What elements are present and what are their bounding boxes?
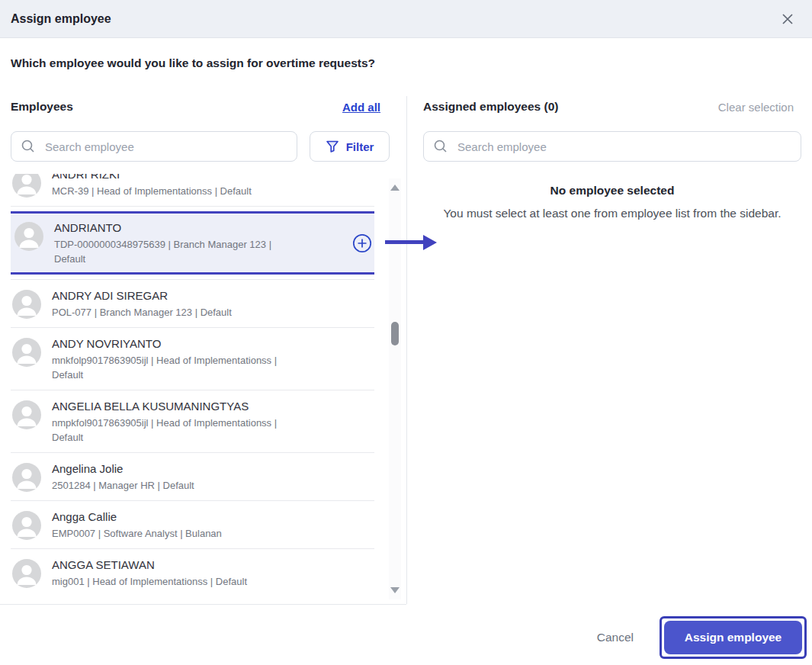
employee-name: ANGGA SETIAWAN: [52, 557, 247, 573]
employee-name: ANDY NOVRIYANTO: [52, 336, 288, 352]
add-all-link[interactable]: Add all: [342, 101, 380, 114]
employee-text: ANDY NOVRIYANTO mnkfolp9017863905ijl | H…: [52, 336, 288, 382]
employee-text: ANGGA SETIAWAN mig001 | Head of Implemen…: [52, 557, 247, 589]
employees-heading: Employees: [11, 100, 73, 114]
employee-search: [11, 131, 297, 162]
employee-row[interactable]: ANDY NOVRIYANTO mnkfolp9017863905ijl | H…: [11, 328, 374, 390]
person-avatar-icon: [12, 400, 41, 429]
search-assigned-input[interactable]: [423, 131, 801, 162]
employee-text: ANDRIANTO TDP-0000000348975639 | Branch …: [54, 220, 290, 266]
employee-name: ANDRIANTO: [54, 220, 290, 236]
employee-details: POL-077 | Branch Manager 123 | Default: [52, 305, 232, 320]
list-bottom-divider: [0, 604, 406, 605]
scroll-up-button[interactable]: [390, 185, 400, 191]
scrollbar-thumb[interactable]: [391, 322, 399, 345]
employee-row-slot: ANGGA SETIAWAN mig001 | Head of Implemen…: [11, 549, 374, 596]
employee-row-slot: Angga Callie EMP0007 | Software Analyst …: [11, 501, 374, 549]
employee-row[interactable]: Angelina Jolie 2501284 | Manager HR | De…: [11, 453, 374, 500]
employee-details: TDP-0000000348975639 | Branch Manager 12…: [54, 237, 290, 266]
employee-details: EMP0007 | Software Analyst | Bulanan: [52, 526, 222, 541]
add-employee-button[interactable]: [351, 233, 373, 254]
assign-employee-button[interactable]: Assign employee: [664, 621, 802, 654]
employee-text: ANDRY ADI SIREGAR POL-077 | Branch Manag…: [52, 288, 232, 320]
employee-name: ANGELIA BELLA KUSUMANINGTYAS: [52, 398, 288, 414]
employee-text: Angga Callie EMP0007 | Software Analyst …: [52, 509, 222, 541]
filter-button[interactable]: Filter: [310, 131, 390, 162]
employees-heading-row: Employees Add all: [11, 100, 390, 114]
employee-text: ANGELIA BELLA KUSUMANINGTYAS nmpkfol9017…: [52, 398, 288, 445]
employee-row[interactable]: Angga Callie EMP0007 | Software Analyst …: [11, 501, 374, 548]
employee-details: mnkfolp9017863905ijl | Head of Implement…: [52, 353, 288, 382]
empty-state-message: You must select at least one from employ…: [434, 203, 791, 224]
person-avatar-icon: [12, 463, 41, 492]
employee-name: Angelina Jolie: [52, 461, 194, 477]
employee-details: mig001 | Head of Implementationss | Defa…: [52, 574, 247, 589]
employee-row[interactable]: ANGELIA BELLA KUSUMANINGTYAS nmpkfol9017…: [11, 390, 374, 452]
employee-row[interactable]: ANDRIANTO TDP-0000000348975639 | Branch …: [11, 211, 374, 275]
employee-name: Angga Callie: [52, 509, 222, 525]
person-avatar-icon: [12, 338, 41, 367]
question-text: Which employee would you like to assign …: [11, 56, 375, 70]
cancel-button[interactable]: Cancel: [592, 627, 638, 648]
employee-row-slot: ANDRI RIZKI MCR-39 | Head of Implementat…: [11, 174, 374, 207]
employee-details: 2501284 | Manager HR | Default: [52, 478, 194, 493]
scroll-down-button[interactable]: [390, 587, 400, 593]
employee-list[interactable]: ANDRI RIZKI MCR-39 | Head of Implementat…: [11, 174, 374, 604]
employee-details: nmpkfol9017863905ijl | Head of Implement…: [52, 416, 288, 445]
annotation-box: Assign employee: [660, 616, 807, 659]
funnel-icon: [326, 140, 339, 153]
employee-row-slot: ANDRIANTO TDP-0000000348975639 | Branch …: [11, 211, 374, 280]
clear-selection-link[interactable]: Clear selection: [718, 101, 794, 114]
person-avatar-icon: [12, 559, 41, 588]
employee-row[interactable]: ANGGA SETIAWAN mig001 | Head of Implemen…: [11, 549, 374, 596]
assigned-heading: Assigned employees (0): [423, 100, 558, 114]
employee-row[interactable]: ANDRY ADI SIREGAR POL-077 | Branch Manag…: [11, 280, 374, 327]
employee-name: ANDRY ADI SIREGAR: [52, 288, 232, 304]
employee-details: MCR-39 | Head of Implementationss | Defa…: [52, 184, 252, 198]
employee-row-slot: Angelina Jolie 2501284 | Manager HR | De…: [11, 453, 374, 501]
empty-state-title: No employee selected: [423, 182, 801, 200]
search-icon: [21, 139, 36, 154]
employee-row-slot: ANGELIA BELLA KUSUMANINGTYAS nmpkfol9017…: [11, 390, 374, 453]
plus-circle-icon: [351, 233, 373, 254]
assigned-heading-row: Assigned employees (0) Clear selection: [423, 100, 801, 114]
person-avatar-icon: [12, 174, 41, 198]
scrollbar[interactable]: [389, 178, 401, 599]
employee-row-slot: ANDY NOVRIYANTO mnkfolp9017863905ijl | H…: [11, 328, 374, 390]
assigned-search: [423, 131, 801, 162]
employee-text: ANDRI RIZKI MCR-39 | Head of Implementat…: [52, 174, 252, 198]
search-icon: [433, 139, 448, 154]
employee-row[interactable]: ANDRI RIZKI MCR-39 | Head of Implementat…: [11, 174, 374, 206]
panel-divider: [406, 96, 407, 604]
person-avatar-icon: [12, 290, 41, 319]
employee-row-slot: ANDRY ADI SIREGAR POL-077 | Branch Manag…: [11, 280, 374, 328]
employee-text: Angelina Jolie 2501284 | Manager HR | De…: [52, 461, 194, 493]
search-employee-input[interactable]: [11, 131, 297, 162]
employee-name: ANDRI RIZKI: [52, 174, 252, 182]
close-button[interactable]: [778, 10, 797, 28]
modal-title: Assign employee: [11, 12, 111, 26]
modal-header: Assign employee: [0, 0, 812, 38]
person-avatar-icon: [12, 511, 41, 540]
filter-label: Filter: [346, 140, 374, 153]
person-avatar-icon: [14, 222, 43, 251]
empty-state: No employee selected You must select at …: [423, 182, 801, 224]
close-icon: [780, 11, 795, 27]
